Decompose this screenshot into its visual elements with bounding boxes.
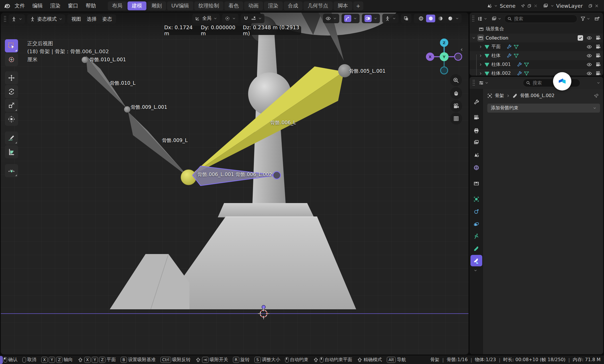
- properties-search[interactable]: [523, 79, 580, 87]
- breadcrumb-bone[interactable]: 骨骼.006_L.002: [520, 93, 554, 99]
- collection-checkbox[interactable]: [578, 35, 583, 41]
- tab-object-data[interactable]: [470, 230, 482, 242]
- tab-shading[interactable]: 着色: [224, 1, 243, 10]
- viewlayer-selector[interactable]: ViewLayer: [541, 3, 601, 9]
- tab-bone-constraints[interactable]: [470, 255, 482, 266]
- mesh-data-icon[interactable]: [524, 62, 529, 67]
- sidebar-collapse-arrow[interactable]: ‹: [460, 46, 463, 53]
- viewport-3d[interactable]: 姿态模式 视图 选择 姿态 全局: [1, 13, 468, 355]
- chevron-right-icon[interactable]: [479, 72, 483, 75]
- tab-constraints[interactable]: [470, 206, 482, 217]
- eye-icon[interactable]: [587, 44, 592, 50]
- tab-sculpting[interactable]: 雕刻: [147, 1, 166, 10]
- tab-rendering[interactable]: 渲染: [264, 1, 283, 10]
- eye-icon[interactable]: [587, 62, 592, 67]
- editor-type-button[interactable]: [9, 14, 25, 24]
- menu-pose[interactable]: 姿态: [99, 15, 115, 23]
- bone-009-L[interactable]: [128, 112, 189, 177]
- remove-viewlayer-icon[interactable]: [595, 4, 599, 8]
- bone-joint-006-tail[interactable]: [273, 172, 281, 179]
- menu-edit[interactable]: 编辑: [29, 1, 46, 10]
- camera-visibility-icon[interactable]: [595, 35, 601, 41]
- xray-toggle[interactable]: [401, 14, 411, 23]
- outliner-row-object[interactable]: 柱体.002: [470, 69, 603, 76]
- outliner-row-object[interactable]: 柱体.001: [470, 60, 603, 69]
- tool-cursor[interactable]: [5, 53, 18, 66]
- add-bone-constraint-button[interactable]: 添加骨骼约束: [487, 103, 600, 113]
- tab-view-layer[interactable]: [470, 137, 482, 148]
- pin-icon[interactable]: [521, 4, 525, 8]
- armature-display-dropdown[interactable]: [382, 14, 399, 23]
- tab-scripting[interactable]: 脚本: [334, 1, 352, 10]
- zoom-button[interactable]: [450, 74, 462, 86]
- tab-collection[interactable]: [470, 178, 482, 189]
- mesh-data-icon[interactable]: [524, 71, 529, 76]
- outliner-filter-mode-button[interactable]: [490, 15, 503, 22]
- menu-render[interactable]: 渲染: [46, 1, 64, 10]
- chevron-right-icon[interactable]: [479, 63, 483, 66]
- tool-annotate[interactable]: [5, 131, 18, 145]
- outliner-row-collection[interactable]: Collection: [470, 34, 603, 42]
- outliner-search-input[interactable]: [514, 16, 574, 21]
- base-wedge[interactable]: [110, 254, 189, 309]
- shading-solid-button[interactable]: [426, 15, 435, 22]
- tab-modeling[interactable]: 建模: [128, 1, 146, 10]
- camera-visibility-icon[interactable]: [595, 71, 601, 76]
- gizmos-toggle[interactable]: [342, 14, 360, 23]
- camera-visibility-icon[interactable]: [595, 62, 601, 67]
- blender-logo-icon[interactable]: [3, 2, 10, 9]
- shading-material-button[interactable]: [436, 15, 445, 22]
- chevron-down-icon[interactable]: [455, 17, 459, 20]
- mesh-data-icon[interactable]: [513, 53, 519, 58]
- outliner-row-scene-collection[interactable]: 场景集合: [470, 25, 603, 34]
- base-main[interactable]: [160, 217, 356, 309]
- menu-window[interactable]: 窗口: [64, 1, 82, 10]
- tool-transform[interactable]: [5, 113, 18, 126]
- eye-icon[interactable]: [587, 35, 592, 41]
- camera-view-button[interactable]: [450, 100, 462, 112]
- outliner-search[interactable]: [504, 15, 577, 23]
- eye-icon[interactable]: [587, 71, 592, 76]
- tab-bone[interactable]: [470, 243, 482, 254]
- tool-rotate[interactable]: [5, 85, 18, 98]
- pivot-dropdown[interactable]: [222, 14, 238, 23]
- tab-object[interactable]: [470, 193, 482, 205]
- new-collection-button[interactable]: [593, 15, 601, 22]
- menu-view[interactable]: 视图: [68, 15, 84, 23]
- mesh-data-icon[interactable]: [513, 44, 519, 50]
- unlink-scene-icon[interactable]: [534, 4, 538, 8]
- tab-world[interactable]: [470, 162, 482, 173]
- outliner-display-mode-button[interactable]: [476, 15, 489, 22]
- add-workspace-button[interactable]: +: [353, 1, 363, 10]
- chevron-down-icon[interactable]: [474, 269, 477, 272]
- outliner-row-object[interactable]: 平面: [470, 42, 603, 51]
- modifier-wrench-icon[interactable]: [506, 53, 512, 58]
- navigation-gizmo[interactable]: Z X Y: [425, 35, 463, 78]
- chevron-down-icon[interactable]: [258, 17, 262, 20]
- overlay-app-logo[interactable]: [553, 72, 571, 90]
- mode-dropdown[interactable]: 姿态模式: [27, 14, 65, 24]
- tool-select-box[interactable]: [5, 39, 18, 52]
- modifier-wrench-icon[interactable]: [506, 44, 512, 50]
- header-grip[interactable]: [472, 79, 475, 86]
- overlays-toggle[interactable]: [362, 14, 380, 23]
- outliner-filter-button[interactable]: [579, 15, 591, 22]
- tab-render[interactable]: [470, 112, 482, 123]
- shading-wireframe-button[interactable]: [416, 15, 425, 22]
- new-scene-icon[interactable]: [527, 4, 532, 8]
- ortho-grid-button[interactable]: [450, 113, 462, 125]
- tab-layout[interactable]: 布局: [108, 1, 127, 10]
- tab-scene[interactable]: [470, 149, 482, 161]
- tool-move[interactable]: [5, 71, 18, 84]
- tab-tool[interactable]: [470, 96, 482, 108]
- tab-physics[interactable]: [470, 218, 482, 230]
- properties-editor-type-button[interactable]: [477, 79, 490, 86]
- tab-texture-paint[interactable]: 纹理绘制: [194, 1, 223, 10]
- header-grip[interactable]: [4, 15, 6, 22]
- pan-hand-button[interactable]: [450, 87, 462, 99]
- shading-rendered-button[interactable]: [446, 15, 455, 22]
- menu-select[interactable]: 选择: [84, 15, 99, 23]
- gizmo-axis-z-neg[interactable]: [441, 67, 448, 74]
- menu-help[interactable]: 帮助: [82, 1, 100, 10]
- camera-visibility-icon[interactable]: [595, 44, 601, 50]
